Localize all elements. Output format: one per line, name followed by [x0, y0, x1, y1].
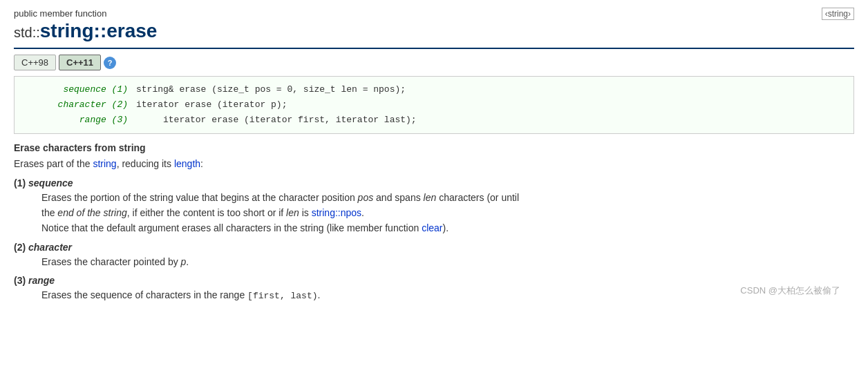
code-label-sequence: sequence (1): [26, 82, 136, 97]
section-sequence: (1) sequence Erases the portion of the s…: [14, 177, 854, 236]
description-text: Erases part of the string, reducing its …: [14, 156, 854, 171]
section-body-range: Erases the sequence of characters in the…: [14, 287, 854, 304]
code-signature-box: sequence (1) string& erase (size_t pos =…: [14, 76, 854, 134]
page-title: string::erase: [40, 20, 158, 42]
link-string[interactable]: string: [93, 158, 116, 169]
title-prefix: std::: [14, 25, 40, 41]
section-body-sequence: Erases the portion of the string value t…: [14, 190, 854, 236]
code-row-character: character (2) iterator erase (iterator p…: [26, 97, 842, 113]
tab-cpp98[interactable]: C++98: [14, 55, 56, 70]
code-content-character: iterator erase (iterator p);: [136, 97, 287, 113]
erase-title: Erase characters from string: [14, 142, 854, 153]
section-title-character: (2) character: [14, 242, 854, 253]
help-icon[interactable]: ?: [104, 57, 116, 69]
code-row-range: range (3) iterator erase (iterator first…: [26, 113, 842, 128]
section-range: (3) range Erases the sequence of charact…: [14, 275, 854, 304]
title-divider: [14, 48, 854, 49]
section-title-range: (3) range: [14, 275, 854, 286]
badge-label: public member function: [14, 8, 854, 19]
code-label-character: character (2): [26, 97, 136, 113]
code-content-range: iterator erase (iterator first, iterator…: [136, 113, 417, 128]
section-title-sequence: (1) sequence: [14, 177, 854, 189]
watermark-text: CSDN @大柏怎么被偷了: [740, 285, 840, 297]
link-npos[interactable]: string::npos: [312, 207, 361, 218]
tabs-container: C++98 C++11 ?: [14, 55, 854, 70]
code-row-sequence: sequence (1) string& erase (size_t pos =…: [26, 82, 842, 97]
code-content-sequence: string& erase (size_t pos = 0, size_t le…: [136, 82, 406, 97]
code-label-range: range (3): [26, 113, 136, 128]
string-reference: ‹string›: [822, 8, 854, 19]
tab-cpp11[interactable]: C++11: [59, 55, 101, 70]
link-clear[interactable]: clear: [422, 222, 442, 233]
main-content: Erase characters from string Erases part…: [14, 142, 854, 304]
section-body-character: Erases the character pointed by p.: [14, 254, 854, 269]
link-length[interactable]: length: [174, 158, 200, 169]
section-character: (2) character Erases the character point…: [14, 242, 854, 269]
